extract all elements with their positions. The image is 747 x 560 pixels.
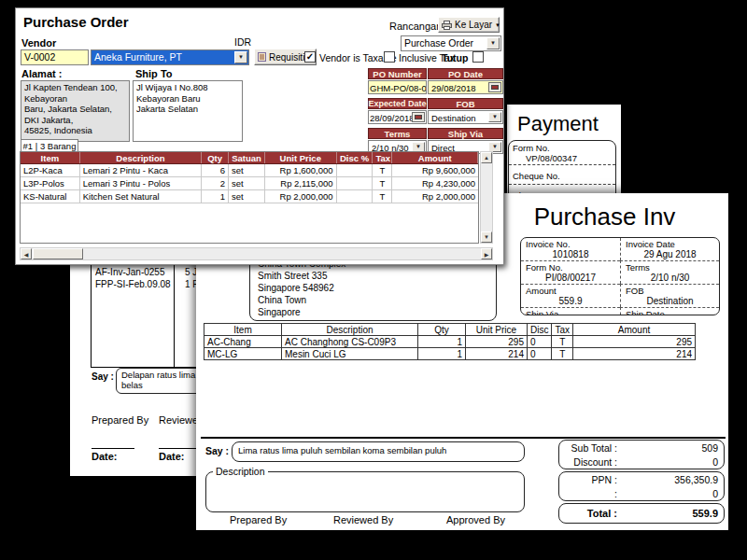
cell[interactable]: set (229, 177, 265, 189)
scrollbar-thumb[interactable] (33, 248, 83, 259)
vendor-name-dropdown[interactable]: Aneka Furniture, PT ▼ (91, 49, 249, 65)
cell[interactable]: Lemari 3 Pintu - Polos (80, 177, 202, 189)
col-qty[interactable]: Qty (202, 152, 229, 163)
scroll-right-icon[interactable]: ▶ (481, 248, 492, 259)
col-unit-price: Unit Price (466, 324, 528, 336)
field-value: Destination (626, 296, 714, 306)
items-grid[interactable]: Item Description Qty Satuan Unit Price D… (20, 151, 479, 244)
cell[interactable] (337, 190, 374, 203)
ship-to-label: Ship To (135, 68, 173, 79)
cell[interactable]: T (373, 164, 392, 176)
currency-label: IDR (234, 36, 251, 48)
window-title: Purchase Order (23, 14, 129, 30)
document-type-dropdown[interactable]: Purchase Order ▼ (401, 35, 501, 51)
inclusive-tax-checkbox[interactable] (384, 51, 395, 63)
grid-horizontal-scrollbar[interactable]: ◀ ▶ (20, 247, 493, 260)
expected-date-header: Expected Date (368, 98, 427, 109)
scroll-left-icon[interactable]: ◀ (21, 248, 32, 259)
approved-by-label: Approved By (446, 514, 505, 525)
cell[interactable]: Rp 2,000,000 (392, 190, 478, 203)
cell[interactable]: Rp 9,600,000 (392, 164, 478, 176)
cell[interactable] (337, 177, 374, 189)
col-unit-price[interactable]: Unit Price (265, 152, 337, 163)
cell: AC Changhong CS-C09P3 (282, 336, 418, 348)
chevron-down-icon[interactable]: ▼ (486, 37, 500, 49)
field-label: Ship Via (526, 309, 615, 315)
cell[interactable]: 2 (202, 177, 229, 189)
vendor-taxable-checkbox[interactable]: ✓ (304, 51, 316, 63)
cell: 1 (418, 348, 466, 360)
col-qty: Qty (418, 324, 466, 336)
cell[interactable]: Kitchen Set Natural (80, 190, 202, 203)
cell[interactable]: Rp 4,230,000 (392, 177, 478, 189)
cell[interactable]: 1 (202, 190, 229, 203)
requisition-icon (258, 52, 266, 62)
po-number-value: GHM-PO/08-029 (370, 83, 427, 93)
cell: 1 (418, 336, 466, 348)
expected-date-input[interactable]: 28/09/2018 (368, 110, 427, 124)
cell[interactable]: Rp 2,115,000 (265, 177, 337, 189)
cell[interactable]: L3P-Polos (21, 177, 80, 189)
vendor-code-input[interactable]: V-0002 (21, 49, 89, 65)
field-label: FOB (626, 286, 714, 296)
col-item[interactable]: Item (21, 152, 80, 163)
scroll-down-icon[interactable]: ▼ (481, 231, 492, 243)
fob-value: Destination (431, 113, 476, 123)
reviewed-by-label: Reviewed By (333, 514, 393, 525)
cell: 214 (573, 348, 696, 360)
col-tax: Tax (552, 324, 573, 336)
col-disc[interactable]: Disc % (337, 152, 374, 163)
date-label: Date: (159, 451, 185, 462)
table-row: FPP-SI-Feb.09.08 1 Feb (95, 279, 171, 289)
chevron-down-icon[interactable]: ▼ (234, 51, 247, 63)
field-label: Invoice Date (626, 239, 714, 249)
chevron-down-icon: ▼ (495, 22, 500, 28)
scroll-up-icon[interactable]: ▲ (481, 152, 492, 163)
payment-preview-page: Payment Form No. VP/08/00347 Cheque No. … (507, 105, 621, 207)
tax-box: PPN :356,350.9 :0 (558, 471, 725, 501)
cell[interactable]: T (373, 177, 392, 189)
cell[interactable]: set (229, 190, 265, 203)
cell[interactable] (337, 164, 374, 176)
printer-icon (442, 21, 452, 30)
cell[interactable]: L2P-Kaca (21, 164, 80, 176)
grid-vertical-scrollbar[interactable]: ▲ ▼ (480, 151, 493, 244)
print-to-screen-button[interactable]: Ke Layar ▼ (438, 17, 500, 33)
col-satuan[interactable]: Satuan (229, 152, 265, 163)
col-tax[interactable]: Tax (373, 152, 392, 163)
ship-via-header: Ship Via (428, 128, 503, 139)
cell[interactable]: Rp 2,000,000 (265, 190, 337, 203)
calendar-icon[interactable] (412, 112, 425, 122)
col-description: Description (282, 324, 418, 336)
cell[interactable]: set (229, 164, 265, 176)
table-header-row: Item Description Qty Unit Price Disc Tax… (204, 324, 696, 336)
invoice-header-box: Invoice No.1010818 Invoice Date29 Agu 20… (520, 237, 720, 315)
tutup-checkbox[interactable] (472, 51, 484, 63)
field-label: Form No. (526, 262, 615, 273)
cell: 214 (466, 348, 528, 360)
col-description[interactable]: Description (80, 152, 202, 163)
chevron-down-icon[interactable]: ▼ (488, 112, 501, 122)
fob-dropdown[interactable]: Destination ▼ (428, 110, 503, 124)
calendar-icon[interactable] (488, 82, 501, 92)
cell[interactable]: KS-Natural (21, 190, 80, 203)
cell[interactable]: Rp 1,600,000 (265, 164, 337, 176)
cell[interactable]: T (373, 190, 392, 203)
po-date-value: 29/08/2018 (431, 83, 476, 93)
cell: 295 (466, 336, 528, 348)
table-row: AF-Inv-Jan-0255 5 Jan (95, 267, 164, 277)
total-label: Total : (565, 508, 641, 519)
ship-to-textarea[interactable]: Jl Wijaya I No.808 Kebayoran Baru Jakart… (133, 80, 243, 142)
cell[interactable]: Lemari 2 Pintu - Kaca (80, 164, 202, 176)
grid-row[interactable]: L3P-Polos Lemari 3 Pintu - Polos 2 set R… (21, 177, 478, 190)
po-number-input[interactable]: GHM-PO/08-029 (368, 80, 427, 94)
po-date-input[interactable]: 29/08/2018 (428, 80, 503, 94)
col-amount[interactable]: Amount (392, 152, 478, 163)
prepared-by-label: Prepared By (230, 514, 287, 525)
cell[interactable]: 6 (202, 164, 229, 176)
signature-line (159, 448, 198, 449)
table-column-divider (174, 250, 175, 367)
grid-row[interactable]: KS-Natural Kitchen Set Natural 1 set Rp … (21, 190, 478, 203)
grid-row[interactable]: L2P-Kaca Lemari 2 Pintu - Kaca 6 set Rp … (21, 164, 478, 177)
items-tab[interactable]: #1 | 3 Barang (21, 139, 78, 152)
